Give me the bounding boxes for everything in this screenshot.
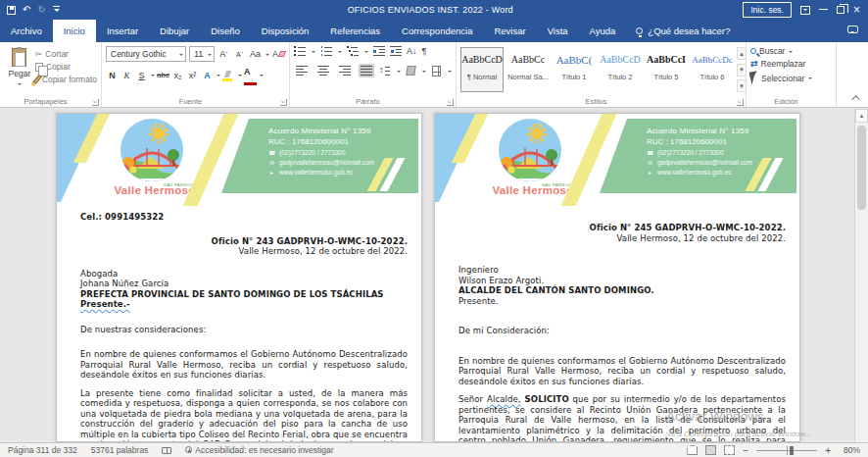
tab-disposicion[interactable]: Disposición <box>251 20 320 42</box>
style-gallery-expand-icon[interactable]: ▼ <box>737 79 747 92</box>
subscript-button[interactable]: x₂ <box>171 68 184 82</box>
qat-customize-icon[interactable] <box>53 6 60 14</box>
borders-dropdown-icon[interactable] <box>448 71 452 75</box>
bullets-dropdown-icon[interactable] <box>312 51 315 55</box>
tab-correspondencia[interactable]: Correspondencia <box>391 20 483 42</box>
close-button[interactable]: × <box>853 5 860 15</box>
tab-referencias[interactable]: Referencias <box>319 20 391 42</box>
borders-icon[interactable] <box>432 66 441 76</box>
font-size-combobox[interactable]: 11 <box>189 46 215 62</box>
cut-button[interactable]: ✂ Cortar <box>35 49 97 59</box>
accessibility-status[interactable]: Accesibilidad: es necesario investigar <box>185 445 333 455</box>
vertical-scrollbar[interactable]: ▲ <box>854 109 868 442</box>
scroll-up-icon[interactable]: ▲ <box>855 109 868 123</box>
text-effects-dropdown-icon[interactable] <box>217 75 220 78</box>
page-left[interactable]: Valle Hermoso GAD PARROQUIAL Acuerdo Min… <box>56 113 422 442</box>
tab-ayuda[interactable]: Ayuda <box>579 20 627 42</box>
highlight-dropdown-icon[interactable] <box>238 75 242 78</box>
format-painter-button[interactable]: Copiar formato <box>35 75 97 84</box>
line-spacing-dropdown-icon[interactable] <box>397 71 401 75</box>
find-button[interactable]: Buscar <box>750 46 832 56</box>
clear-formatting-button[interactable]: A <box>272 47 285 62</box>
paragraph-dialog-launcher[interactable] <box>447 99 454 106</box>
paste-button[interactable]: Pegar <box>4 46 35 95</box>
word-count[interactable]: 53761 palabras <box>91 445 149 455</box>
font-color-button[interactable]: A <box>244 68 257 82</box>
style-titulo-2[interactable]: AaBbCcD Título 2 <box>599 47 642 92</box>
undo-icon[interactable]: ↶ <box>23 5 30 15</box>
style-scroll-down-icon[interactable]: ▼ <box>737 64 747 76</box>
font-name-combobox[interactable]: Century Gothic <box>106 46 186 62</box>
strikethrough-button[interactable]: abc <box>157 68 169 82</box>
collapse-ribbon-button[interactable] <box>850 92 864 104</box>
shading-icon[interactable] <box>406 66 416 76</box>
font-dialog-launcher[interactable] <box>280 99 287 106</box>
underline-dropdown-icon[interactable] <box>151 75 155 78</box>
tab-revisar[interactable]: Revisar <box>483 20 536 42</box>
numbering-icon[interactable] <box>320 46 332 56</box>
bold-button[interactable]: N <box>106 68 119 82</box>
tell-me-box[interactable]: ¿Qué desea hacer? <box>626 20 740 42</box>
zoom-slider-thumb[interactable] <box>790 446 794 455</box>
text-effects-button[interactable]: A <box>201 68 214 82</box>
styles-dialog-launcher[interactable] <box>737 99 744 106</box>
scrollbar-thumb[interactable] <box>857 126 866 210</box>
save-icon[interactable] <box>7 6 16 15</box>
align-right-button[interactable] <box>337 64 353 77</box>
read-mode-icon[interactable] <box>687 445 698 455</box>
increase-indent-icon[interactable] <box>390 46 402 56</box>
letter-body-left[interactable]: Cel.: 0991495322 Oficio N° 243 GADPRVH-O… <box>57 212 421 442</box>
zoom-percentage[interactable]: 80% <box>839 445 860 455</box>
shrink-font-button[interactable]: A <box>233 47 246 62</box>
clipboard-dialog-launcher[interactable] <box>92 99 99 106</box>
multilevel-list-icon[interactable] <box>347 46 359 56</box>
select-button[interactable]: Seleccionar <box>750 72 832 84</box>
style-normal-sa[interactable]: AaBbCc Normal Sa... <box>506 47 550 92</box>
proofing-icon[interactable] <box>162 447 171 454</box>
tab-vista[interactable]: Vista <box>537 20 579 42</box>
page-indicator[interactable]: Página 311 de 332 <box>8 445 77 455</box>
show-paragraph-marks-icon[interactable]: ¶ <box>422 46 427 56</box>
multilevel-dropdown-icon[interactable] <box>364 51 368 55</box>
print-layout-icon[interactable] <box>705 445 716 455</box>
justify-button[interactable] <box>359 64 374 77</box>
redo-icon[interactable]: ↻ <box>37 5 45 15</box>
style-titulo-1[interactable]: AaBbC( Título 1 <box>553 47 596 92</box>
web-layout-icon[interactable] <box>724 445 735 455</box>
change-case-button[interactable]: Aa <box>249 47 262 62</box>
decrease-indent-icon[interactable] <box>373 46 385 56</box>
comments-icon[interactable] <box>847 25 858 33</box>
align-left-button[interactable] <box>294 64 310 77</box>
tab-inicio[interactable]: Inicio <box>53 20 96 42</box>
superscript-button[interactable]: x² <box>186 68 199 82</box>
restore-button[interactable] <box>837 6 844 14</box>
align-center-button[interactable] <box>315 64 331 77</box>
style-titulo-5[interactable]: AaBbCcI Título 5 <box>645 47 688 92</box>
sort-icon[interactable]: A↓ <box>407 46 417 56</box>
zoom-in-button[interactable]: + <box>825 445 831 456</box>
letter-body-right[interactable]: Oficio N° 245 GADPRVH-O-WMC-10-2022. Val… <box>435 223 799 442</box>
style-scroll-up-icon[interactable]: ▲ <box>737 47 747 60</box>
minimize-button[interactable] <box>819 9 828 10</box>
zoom-slider[interactable] <box>756 450 817 451</box>
numbering-dropdown-icon[interactable] <box>338 51 342 55</box>
shading-dropdown-icon[interactable] <box>422 71 426 75</box>
sign-in-button[interactable]: Inic. ses. <box>743 2 792 18</box>
tab-insertar[interactable]: Insertar <box>96 20 149 42</box>
style-normal[interactable]: AaBbCcD ¶ Normal <box>460 47 504 92</box>
line-spacing-icon[interactable] <box>380 66 390 76</box>
page-right[interactable]: Valle Hermoso GAD PARROQUIAL Acuerdo Min… <box>434 113 800 442</box>
replace-button[interactable]: ⇄ Reemplazar <box>750 59 832 69</box>
tab-diseno[interactable]: Diseño <box>200 20 251 42</box>
ribbon-display-options-icon[interactable] <box>800 6 810 15</box>
tab-dibujar[interactable]: Dibujar <box>149 20 200 42</box>
copy-button[interactable]: Copiar <box>35 62 97 72</box>
italic-button[interactable]: K <box>121 68 133 82</box>
style-titulo-6[interactable]: AaBbCcDc Título 6 <box>691 47 734 92</box>
font-color-dropdown-icon[interactable] <box>260 75 264 78</box>
underline-button[interactable]: S <box>135 68 148 82</box>
grow-font-button[interactable]: A <box>217 47 230 62</box>
zoom-out-button[interactable]: − <box>743 445 748 456</box>
bullets-icon[interactable] <box>294 46 306 56</box>
highlight-color-button[interactable] <box>222 70 235 81</box>
